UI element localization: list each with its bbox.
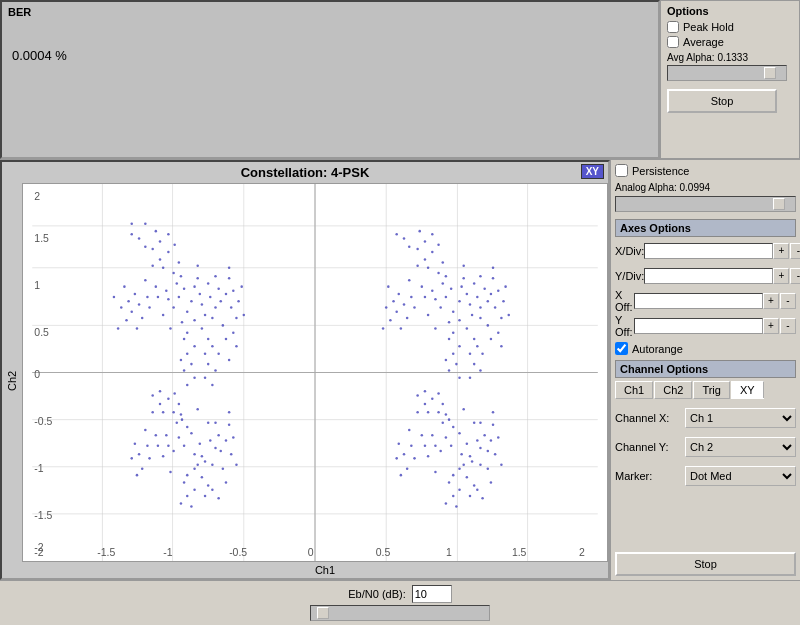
svg-point-91	[217, 352, 220, 355]
svg-point-210	[183, 445, 186, 448]
peak-hold-checkbox[interactable]	[667, 21, 679, 33]
svg-point-95	[190, 363, 193, 366]
svg-point-332	[398, 442, 401, 445]
svg-point-317	[452, 495, 455, 498]
svg-point-101	[237, 300, 240, 303]
x-div-row: X/Div: + -	[615, 241, 796, 261]
plot-title: Constellation: 4-PSK	[241, 165, 370, 180]
y-div-plus[interactable]: +	[773, 268, 789, 284]
bottom-stop-button[interactable]: Stop	[615, 552, 796, 576]
svg-point-178	[437, 243, 440, 246]
y-div-minus[interactable]: -	[790, 268, 800, 284]
svg-point-265	[217, 497, 220, 500]
svg-point-73	[222, 324, 225, 327]
svg-point-223	[214, 447, 217, 450]
svg-point-192	[392, 300, 395, 303]
svg-point-105	[232, 331, 235, 334]
svg-point-248	[146, 445, 149, 448]
svg-point-36	[183, 287, 186, 290]
y-off-plusminus: + -	[763, 318, 796, 334]
svg-point-47	[181, 321, 184, 324]
channel-options-header: Channel Options	[615, 360, 796, 378]
avg-alpha-slider-thumb[interactable]	[764, 67, 776, 79]
svg-point-159	[490, 293, 493, 296]
svg-point-188	[395, 311, 398, 314]
svg-point-94	[134, 293, 137, 296]
svg-point-316	[406, 468, 409, 471]
svg-point-133	[442, 282, 445, 285]
tab-ch1[interactable]: Ch1	[615, 381, 653, 399]
x-off-plus[interactable]: +	[763, 293, 779, 309]
svg-point-61	[219, 300, 222, 303]
average-checkbox[interactable]	[667, 36, 679, 48]
marker-row: Marker: Dot Med Dot Small Dot Large	[615, 465, 796, 487]
svg-point-297	[466, 476, 469, 479]
svg-point-275	[458, 432, 461, 435]
y-off-plus[interactable]: +	[763, 318, 779, 334]
svg-point-69	[225, 293, 228, 296]
svg-point-151	[487, 300, 490, 303]
svg-point-303	[479, 422, 482, 425]
x-off-input[interactable]	[634, 293, 763, 309]
svg-point-165	[476, 345, 479, 348]
svg-point-184	[398, 293, 401, 296]
svg-point-215	[186, 426, 189, 429]
svg-text:-1.5: -1.5	[34, 510, 52, 521]
x-div-minus[interactable]: -	[790, 243, 800, 259]
svg-point-312	[410, 445, 413, 448]
x-off-row: X Off: + -	[615, 291, 796, 311]
svg-point-38	[172, 306, 175, 309]
svg-point-259	[225, 481, 228, 484]
svg-point-99	[207, 363, 210, 366]
options-title: Options	[667, 5, 793, 17]
avg-alpha-slider-track[interactable]	[667, 65, 787, 81]
svg-point-45	[204, 314, 207, 317]
analog-alpha-thumb[interactable]	[773, 198, 785, 210]
analog-alpha-label: Analog Alpha: 0.0994	[615, 182, 796, 193]
tab-xy[interactable]: XY	[731, 381, 764, 399]
x-div-input[interactable]	[644, 243, 773, 259]
x-div-plus[interactable]: +	[773, 243, 789, 259]
svg-point-327	[497, 436, 500, 439]
y-off-input[interactable]	[634, 318, 763, 334]
ber-panel: BER 0.0004 %	[0, 0, 660, 159]
autorange-checkbox[interactable]	[615, 342, 628, 355]
top-stop-button[interactable]: Stop	[667, 89, 777, 113]
svg-point-202	[418, 230, 421, 233]
svg-point-298	[424, 445, 427, 448]
bottom-slider-thumb[interactable]	[317, 607, 329, 619]
y-off-label: Y Off:	[615, 314, 634, 338]
ebn0-row: Eb/N0 (dB):	[348, 585, 451, 603]
tab-ch2[interactable]: Ch2	[654, 381, 692, 399]
channel-tabs: Ch1 Ch2 Trig XY	[615, 381, 796, 399]
svg-point-296	[427, 455, 430, 458]
svg-point-250	[159, 403, 162, 406]
bottom-slider-track[interactable]	[310, 605, 490, 621]
x-off-minus[interactable]: -	[780, 293, 796, 309]
svg-point-277	[466, 442, 469, 445]
svg-point-111	[193, 376, 196, 379]
y-div-row: Y/Div: + -	[615, 266, 796, 286]
svg-point-81	[228, 277, 231, 280]
svg-point-318	[431, 397, 434, 400]
svg-point-63	[196, 264, 199, 267]
svg-point-279	[452, 426, 455, 429]
xy-badge: XY	[581, 164, 604, 179]
channel-y-select[interactable]: Ch 1 Ch 2	[685, 437, 796, 457]
svg-point-190	[408, 246, 411, 249]
ebn0-input[interactable]	[412, 585, 452, 603]
y-off-minus[interactable]: -	[780, 318, 796, 334]
tab-trig[interactable]: Trig	[693, 381, 730, 399]
channel-x-select[interactable]: Ch 1 Ch 2	[685, 408, 796, 428]
svg-point-113	[235, 345, 238, 348]
persistence-checkbox[interactable]	[615, 164, 628, 177]
marker-select[interactable]: Dot Med Dot Small Dot Large	[685, 466, 796, 486]
svg-point-64	[169, 327, 172, 330]
svg-point-276	[439, 450, 442, 453]
y-div-input[interactable]	[644, 268, 773, 284]
svg-point-41	[186, 311, 189, 314]
svg-point-262	[173, 392, 176, 395]
svg-point-156	[421, 285, 424, 288]
analog-alpha-slider[interactable]	[615, 196, 796, 212]
svg-point-57	[217, 287, 220, 290]
